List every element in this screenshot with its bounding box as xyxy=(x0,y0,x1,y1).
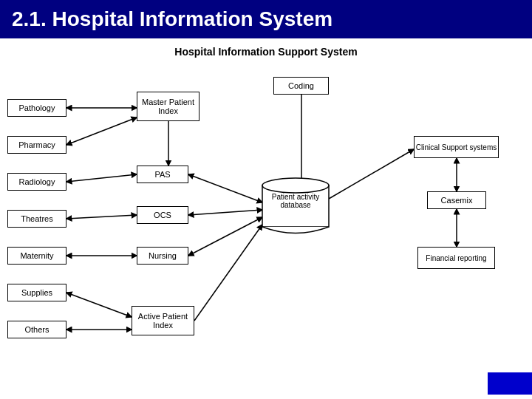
box-casemix: Casemix xyxy=(427,191,486,209)
svg-line-3 xyxy=(66,215,137,219)
footer-decoration xyxy=(488,372,532,395)
box-ocs: OCS xyxy=(137,206,188,224)
box-coding: Coding xyxy=(273,77,329,95)
box-maternity: Maternity xyxy=(7,247,66,265)
diagram-area: Pathology Pharmacy Radiology Theatres Ma… xyxy=(0,62,532,395)
box-css: Clinical Support systems xyxy=(414,136,499,158)
box-supplies: Supplies xyxy=(7,284,66,301)
svg-line-8 xyxy=(188,174,262,202)
svg-line-9 xyxy=(188,210,262,215)
box-api: Active Patient Index xyxy=(132,306,194,335)
slide-content: Hospital Information Support System xyxy=(0,38,532,399)
box-theatres: Theatres xyxy=(7,210,66,228)
box-finrep: Financial reporting xyxy=(417,247,495,269)
box-nursing: Nursing xyxy=(137,247,188,265)
svg-point-17 xyxy=(262,178,329,193)
svg-line-11 xyxy=(194,225,262,321)
box-mpi: Master Patient Index xyxy=(137,92,200,121)
svg-line-5 xyxy=(66,293,132,317)
box-others: Others xyxy=(7,321,66,338)
svg-line-13 xyxy=(329,149,414,199)
box-radiology: Radiology xyxy=(7,173,66,191)
svg-line-1 xyxy=(66,117,137,145)
svg-line-10 xyxy=(188,217,262,256)
cylinder-pad: Patient activity database xyxy=(259,177,332,236)
slide-header: 2.1. Hospital Information System xyxy=(0,0,532,38)
box-pas: PAS xyxy=(137,166,188,183)
box-pathology: Pathology xyxy=(7,99,66,117)
slide-title: 2.1. Hospital Information System xyxy=(12,7,332,31)
svg-line-2 xyxy=(66,174,137,182)
diagram-title: Hospital Information Support System xyxy=(0,38,532,62)
box-pharmacy: Pharmacy xyxy=(7,136,66,154)
